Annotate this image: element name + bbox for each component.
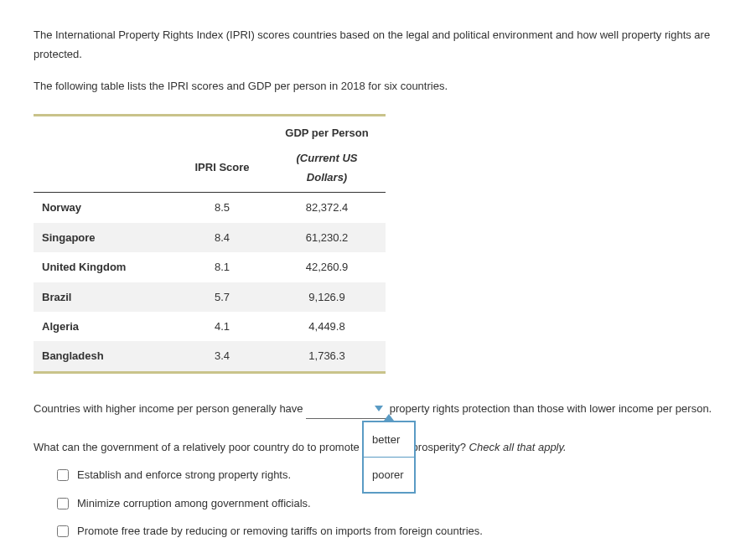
score-cell: 3.4 (176, 341, 268, 372)
table-row: Singapore 8.4 61,230.2 (34, 223, 386, 252)
chevron-up-icon (384, 414, 394, 421)
country-cell: Algeria (34, 312, 176, 341)
dropdown-blank[interactable] (306, 399, 386, 419)
gdp-header-line1: GDP per Person (268, 116, 386, 147)
country-cell: Norway (34, 193, 176, 223)
dropdown-popup: better poorer (362, 421, 416, 494)
checkbox-option-3[interactable] (57, 525, 69, 537)
table-row: Brazil 5.7 9,126.9 (34, 282, 386, 312)
dropdown-option-better[interactable]: better (364, 422, 414, 457)
table-row: United Kingdom 8.1 42,260.9 (34, 252, 386, 282)
score-cell: 5.7 (176, 282, 268, 312)
score-cell: 8.4 (176, 223, 268, 252)
checkbox-option-2[interactable] (57, 498, 69, 509)
q1-text-post: property rights protection than those wi… (386, 402, 712, 415)
gdp-cell: 1,736.3 (268, 341, 386, 372)
country-cell: Singapore (34, 223, 176, 252)
gdp-header-line2: (Current US Dollars) (268, 147, 386, 193)
score-cell: 4.1 (176, 312, 268, 341)
q1-text-pre: Countries with higher income per person … (34, 402, 306, 415)
svg-marker-0 (375, 406, 383, 411)
gdp-cell: 42,260.9 (268, 252, 386, 282)
table-row: Algeria 4.1 4,449.8 (34, 312, 386, 341)
table-row: Norway 8.5 82,372.4 (34, 193, 386, 223)
list-item: Promote free trade by reducing or removi… (57, 521, 722, 540)
score-cell: 8.5 (176, 193, 268, 223)
country-cell: Bangladesh (34, 341, 176, 372)
dropdown-option-poorer[interactable]: poorer (364, 457, 414, 492)
list-item: Minimize corruption among government off… (57, 494, 722, 513)
checkbox-label: Promote free trade by reducing or removi… (77, 521, 483, 540)
q2-hint: Check all that apply. (469, 441, 567, 453)
score-cell: 8.1 (176, 252, 268, 282)
chevron-down-icon (375, 406, 383, 412)
gdp-cell: 4,449.8 (268, 312, 386, 341)
intro-text: The International Property Rights Index … (34, 25, 722, 96)
checkbox-option-1[interactable] (57, 469, 69, 481)
gdp-cell: 82,372.4 (268, 193, 386, 223)
ipri-table: GDP per Person IPRI Score (Current US Do… (34, 114, 386, 374)
ipri-table-container: GDP per Person IPRI Score (Current US Do… (34, 114, 722, 374)
checkbox-label: Minimize corruption among government off… (77, 494, 311, 513)
table-row: Bangladesh 3.4 1,736.3 (34, 341, 386, 372)
gdp-cell: 9,126.9 (268, 282, 386, 312)
country-cell: Brazil (34, 282, 176, 312)
question-1: Countries with higher income per person … (34, 399, 722, 419)
ipri-header: IPRI Score (176, 147, 268, 193)
gdp-cell: 61,230.2 (268, 223, 386, 252)
intro-paragraph-2: The following table lists the IPRI score… (34, 76, 722, 96)
intro-paragraph-1: The International Property Rights Index … (34, 25, 722, 65)
checkbox-label: Establish and enforce strong property ri… (77, 465, 291, 484)
country-cell: United Kingdom (34, 252, 176, 282)
